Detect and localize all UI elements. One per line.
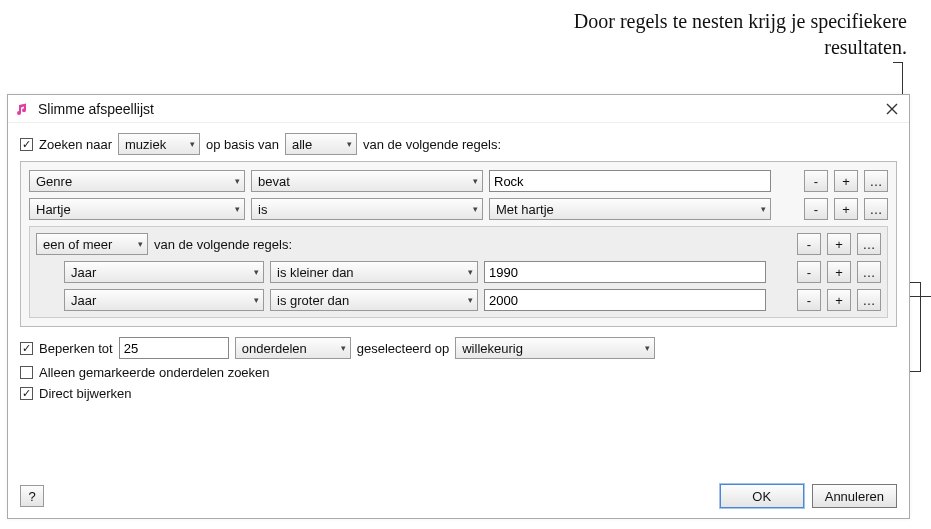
- rule-operator-select[interactable]: is▾: [251, 198, 483, 220]
- nest-rule-button[interactable]: …: [864, 170, 888, 192]
- nested-rule-row: Jaar▾ is kleiner dan▾ - + …: [36, 261, 881, 283]
- limit-checkbox[interactable]: [20, 342, 33, 355]
- remove-rule-button[interactable]: -: [797, 289, 821, 311]
- rule-op-value: bevat: [258, 174, 290, 189]
- only-checked-label: Alleen gemarkeerde onderdelen zoeken: [39, 365, 270, 380]
- chevron-down-icon: ▾: [138, 239, 143, 249]
- rule-value-input[interactable]: [484, 261, 766, 283]
- limit-row: Beperken tot onderdelen▾ geselecteerd op…: [20, 337, 897, 359]
- chevron-down-icon: ▾: [645, 343, 650, 353]
- music-icon: [14, 100, 32, 118]
- only-checked-checkbox[interactable]: [20, 366, 33, 379]
- rule-field-value: Jaar: [71, 265, 96, 280]
- rule-field-value: Genre: [36, 174, 72, 189]
- chevron-down-icon: ▾: [347, 139, 352, 149]
- nest-rule-button[interactable]: …: [857, 289, 881, 311]
- rule-field-value: Hartje: [36, 202, 71, 217]
- live-update-checkbox[interactable]: [20, 387, 33, 400]
- any-all-value: alle: [292, 137, 312, 152]
- limit-value-input[interactable]: [119, 337, 229, 359]
- add-rule-button[interactable]: +: [834, 198, 858, 220]
- selected-by-select[interactable]: willekeurig▾: [455, 337, 655, 359]
- remove-rule-button[interactable]: -: [797, 261, 821, 283]
- rule-field-select[interactable]: Genre▾: [29, 170, 245, 192]
- add-rule-button[interactable]: +: [827, 233, 851, 255]
- rule-field-select[interactable]: Hartje▾: [29, 198, 245, 220]
- remove-rule-button[interactable]: -: [804, 170, 828, 192]
- rule-operator-select[interactable]: is kleiner dan▾: [270, 261, 478, 283]
- rule-operator-select[interactable]: bevat▾: [251, 170, 483, 192]
- rule-field-select[interactable]: Jaar▾: [64, 261, 264, 283]
- live-update-row: Direct bijwerken: [20, 386, 897, 401]
- rule-row: Hartje▾ is▾ Met hartje▾ - + …: [29, 198, 888, 220]
- any-all-select[interactable]: alle▾: [285, 133, 357, 155]
- titlebar: Slimme afspeellijst: [8, 95, 909, 123]
- limit-unit-value: onderdelen: [242, 341, 307, 356]
- nest-rule-button[interactable]: …: [857, 261, 881, 283]
- rule-op-value: is groter dan: [277, 293, 349, 308]
- match-row: Zoeken naar muziek▾ op basis van alle▾ v…: [20, 133, 897, 155]
- selected-by-value: willekeurig: [462, 341, 523, 356]
- add-rule-button[interactable]: +: [827, 289, 851, 311]
- smart-playlist-dialog: Slimme afspeellijst Zoeken naar muziek▾ …: [7, 94, 910, 519]
- rule-field-value: Jaar: [71, 293, 96, 308]
- nested-mode-value: een of meer: [43, 237, 112, 252]
- chevron-down-icon: ▾: [254, 267, 259, 277]
- cancel-button[interactable]: Annuleren: [812, 484, 897, 508]
- chevron-down-icon: ▾: [473, 176, 478, 186]
- nested-rule-group: een of meer▾ van de volgende regels: - +…: [29, 226, 888, 318]
- chevron-down-icon: ▾: [254, 295, 259, 305]
- rule-field-select[interactable]: Jaar▾: [64, 289, 264, 311]
- annotation-text: Door regels te nesten krijg je specifiek…: [527, 8, 907, 60]
- annotation-connector: [893, 62, 902, 63]
- media-type-select[interactable]: muziek▾: [118, 133, 200, 155]
- rule-value-input[interactable]: [489, 170, 771, 192]
- rule-value-input[interactable]: [484, 289, 766, 311]
- dialog-footer: ? OK Annuleren: [20, 484, 897, 508]
- nest-rule-button[interactable]: …: [857, 233, 881, 255]
- nested-suffix: van de volgende regels:: [154, 237, 292, 252]
- selected-by-label: geselecteerd op: [357, 341, 450, 356]
- match-label: Zoeken naar: [39, 137, 112, 152]
- add-rule-button[interactable]: +: [827, 261, 851, 283]
- help-button[interactable]: ?: [20, 485, 44, 507]
- nest-rule-button[interactable]: …: [864, 198, 888, 220]
- rules-container: Genre▾ bevat▾ - + … Hartje▾ is▾: [20, 161, 897, 327]
- rule-value-select[interactable]: Met hartje▾: [489, 198, 771, 220]
- only-checked-row: Alleen gemarkeerde onderdelen zoeken: [20, 365, 897, 380]
- live-update-label: Direct bijwerken: [39, 386, 131, 401]
- chevron-down-icon: ▾: [341, 343, 346, 353]
- media-type-value: muziek: [125, 137, 166, 152]
- nested-rule-row: Jaar▾ is groter dan▾ - + …: [36, 289, 881, 311]
- chevron-down-icon: ▾: [235, 176, 240, 186]
- limit-label: Beperken tot: [39, 341, 113, 356]
- nested-header: een of meer▾ van de volgende regels: - +…: [36, 233, 881, 255]
- chevron-down-icon: ▾: [468, 295, 473, 305]
- rule-value-display: Met hartje: [496, 202, 554, 217]
- chevron-down-icon: ▾: [190, 139, 195, 149]
- nested-mode-select[interactable]: een of meer▾: [36, 233, 148, 255]
- match-suffix: van de volgende regels:: [363, 137, 501, 152]
- chevron-down-icon: ▾: [473, 204, 478, 214]
- chevron-down-icon: ▾: [761, 204, 766, 214]
- rule-row: Genre▾ bevat▾ - + …: [29, 170, 888, 192]
- rule-op-value: is kleiner dan: [277, 265, 354, 280]
- remove-rule-button[interactable]: -: [804, 198, 828, 220]
- match-checkbox[interactable]: [20, 138, 33, 151]
- add-rule-button[interactable]: +: [834, 170, 858, 192]
- limit-unit-select[interactable]: onderdelen▾: [235, 337, 351, 359]
- chevron-down-icon: ▾: [235, 204, 240, 214]
- ok-button[interactable]: OK: [720, 484, 804, 508]
- remove-rule-button[interactable]: -: [797, 233, 821, 255]
- rule-op-value: is: [258, 202, 267, 217]
- chevron-down-icon: ▾: [468, 267, 473, 277]
- close-button[interactable]: [881, 98, 903, 120]
- match-middle: op basis van: [206, 137, 279, 152]
- dialog-title: Slimme afspeellijst: [38, 101, 881, 117]
- annotation-bracket: [920, 282, 921, 372]
- rule-operator-select[interactable]: is groter dan▾: [270, 289, 478, 311]
